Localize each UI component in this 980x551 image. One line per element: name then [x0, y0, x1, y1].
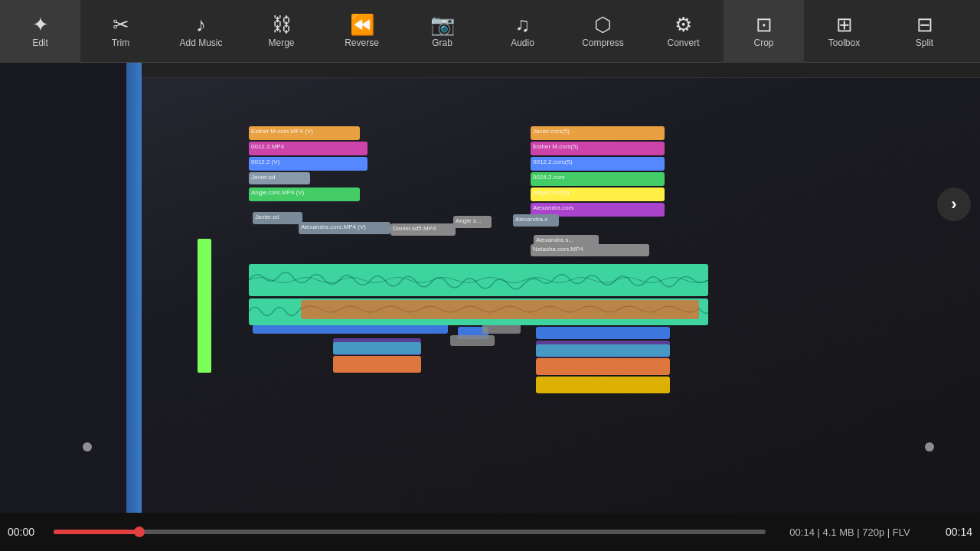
toolbar-add-music[interactable]: ♪Add Music [161, 0, 241, 63]
merge-label: Merge [268, 37, 294, 48]
reverse-label: Reverse [345, 37, 379, 48]
progress-fill [54, 530, 139, 534]
grab-icon: 📷 [430, 15, 455, 34]
toolbar-reverse[interactable]: ⏪Reverse [322, 0, 402, 63]
toolbar-trim[interactable]: ✂Trim [80, 0, 161, 63]
bottom-bar: 00:00 00:14 | 4.1 MB | 720p | FLV 00:14 [0, 513, 980, 551]
split-label: Split [916, 37, 933, 48]
trim-icon: ✂ [113, 15, 129, 34]
audio-icon: ♫ [515, 15, 531, 34]
time-current: 00:00 [8, 526, 46, 538]
trim-label: Trim [112, 37, 130, 48]
convert-label: Convert [667, 37, 699, 48]
toolbox-label: Toolbox [828, 37, 860, 48]
add-music-label: Add Music [179, 37, 222, 48]
progress-thumb[interactable] [134, 527, 145, 537]
toolbar-compress[interactable]: ⬡Compress [563, 0, 643, 63]
toolbar-convert[interactable]: ⚙Convert [643, 0, 724, 63]
toolbar-merge[interactable]: ⛓Merge [241, 0, 322, 63]
time-end: 00:14 [934, 526, 972, 538]
toolbar-toolbox[interactable]: ⊞Toolbox [804, 0, 884, 63]
compress-label: Compress [582, 37, 624, 48]
playback-info: 00:14 | 4.1 MB | 720p | FLV [773, 527, 926, 538]
progress-bar[interactable] [54, 530, 766, 534]
toolbox-icon: ⊞ [836, 15, 853, 34]
grab-label: Grab [432, 37, 452, 48]
toolbar-split[interactable]: ⊟Split [884, 0, 965, 63]
edit-icon: ✦ [32, 15, 49, 34]
toolbar: ✦Edit✂Trim♪Add Music⛓Merge⏪Reverse📷Grab♫… [0, 0, 980, 63]
preview-area [0, 63, 980, 513]
convert-icon: ⚙ [675, 15, 692, 34]
crop-icon: ⊡ [756, 15, 773, 34]
merge-icon: ⛓ [272, 15, 292, 34]
toolbar-audio[interactable]: ♫Audio [482, 0, 563, 63]
toolbar-crop[interactable]: ⊡Crop [724, 0, 804, 63]
compress-icon: ⬡ [594, 15, 612, 34]
audio-label: Audio [511, 37, 534, 48]
split-icon: ⊟ [916, 15, 933, 34]
add-music-icon: ♪ [196, 15, 206, 34]
reverse-icon: ⏪ [350, 15, 374, 34]
toolbar-grab[interactable]: 📷Grab [402, 0, 482, 63]
crop-label: Crop [753, 37, 773, 48]
edit-label: Edit [32, 37, 48, 48]
toolbar-edit[interactable]: ✦Edit [0, 0, 80, 63]
